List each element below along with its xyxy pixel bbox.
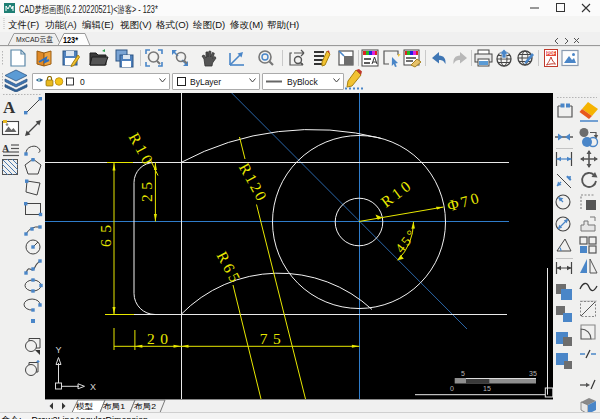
svg-text:65: 65 [97,225,114,247]
svg-text:20: 20 [147,330,168,347]
svg-text:45°: 45° [392,227,419,255]
svg-text:25: 25 [138,182,155,202]
svg-text:15: 15 [483,385,491,392]
svg-text:布局1: 布局1 [103,402,126,411]
svg-text:Φ70: Φ70 [445,189,481,214]
svg-text:PDF: PDF [546,51,555,56]
svg-text:5: 5 [461,370,465,377]
svg-text:R10: R10 [378,177,414,210]
svg-text:A: A [3,98,16,117]
svg-text:R120: R120 [236,160,270,203]
svg-text:Y: Y [56,345,62,355]
svg-text:模型: 模型 [76,402,93,411]
svg-text:X: X [90,382,96,392]
svg-text:布局2: 布局2 [134,402,157,411]
svg-text:123*: 123* [63,35,78,45]
svg-text:0: 0 [450,385,454,392]
svg-text:MxCAD云盘: MxCAD云盘 [16,35,53,44]
svg-text:35: 35 [529,370,537,377]
svg-text:R10: R10 [126,130,157,167]
svg-text:75: 75 [260,330,281,347]
